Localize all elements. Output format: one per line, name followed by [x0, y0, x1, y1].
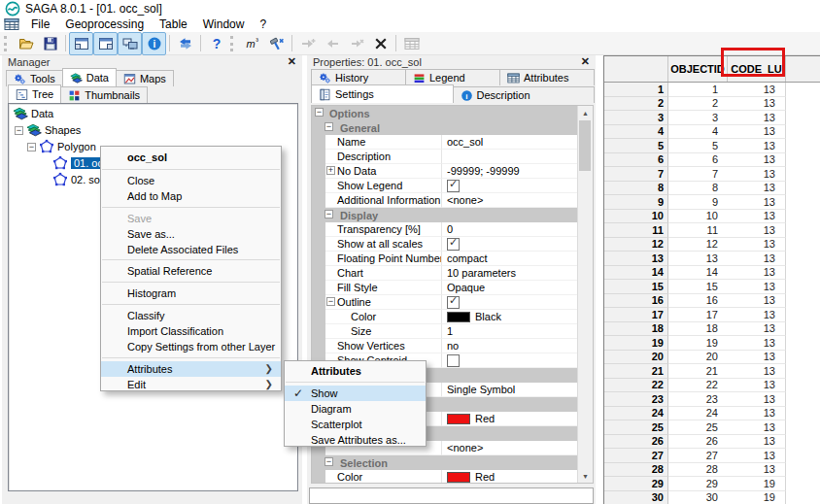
row-header[interactable]: 7 [604, 167, 668, 182]
cell-code-lu[interactable]: 13 [728, 238, 786, 252]
row-header[interactable]: 20 [604, 351, 668, 365]
setting-value[interactable]: Red [442, 470, 577, 483]
row-header[interactable]: 4 [604, 125, 668, 140]
menu-?[interactable]: ? [252, 17, 274, 31]
menu-file[interactable]: File [23, 17, 57, 31]
cell-objectid[interactable]: 21 [668, 364, 728, 379]
menu-item-spatial-reference[interactable]: Spatial Reference [101, 263, 281, 279]
row-header[interactable]: 8 [604, 182, 668, 196]
checkbox-unchecked-icon[interactable] [447, 354, 460, 367]
menu-item-scatterplot[interactable]: Scatterplot [285, 417, 426, 432]
cell-code-lu[interactable]: 19 [728, 477, 786, 491]
row-header[interactable]: 17 [604, 308, 668, 322]
help-button[interactable]: ? [204, 32, 228, 55]
show-data-source-button[interactable] [118, 32, 142, 55]
cell-objectid[interactable]: 16 [668, 294, 728, 309]
menu-item-copy-settings-from-other-layer[interactable]: Copy Settings from other Layer [101, 339, 281, 354]
close-icon[interactable]: ✕ [581, 56, 590, 67]
cell-code-lu[interactable]: 13 [728, 336, 786, 351]
show-manager-button[interactable] [69, 32, 93, 55]
cell-code-lu[interactable]: 19 [728, 491, 786, 504]
menu-window[interactable]: Window [195, 17, 253, 31]
setting-value[interactable]: <none> [442, 193, 577, 208]
view-tab-thumbnails[interactable]: Thumbnails [60, 86, 148, 103]
workbench-button[interactable] [173, 32, 197, 55]
insert-field-button[interactable] [320, 32, 344, 55]
setting-value[interactable]: 10 parameters [442, 266, 577, 281]
row-header[interactable]: 28 [604, 463, 668, 478]
menu-item-import-classification[interactable]: Import Classification [101, 323, 281, 339]
row-header[interactable]: 29 [604, 477, 668, 491]
setting-value[interactable]: Opaque [442, 281, 577, 295]
cell-code-lu[interactable]: 13 [728, 252, 786, 266]
menu-item-histogram[interactable]: Histogram [101, 286, 281, 301]
cell-code-lu[interactable]: 13 [728, 280, 786, 294]
row-header[interactable]: 9 [604, 195, 668, 210]
row-header[interactable]: 26 [604, 435, 668, 450]
setting-value[interactable] [442, 237, 577, 252]
delete-all-fields-button[interactable] [368, 32, 393, 55]
settings-section[interactable]: −Selection [312, 455, 577, 470]
setting-expander-icon[interactable]: − [326, 297, 335, 306]
scroll-up-icon[interactable]: ▲ [578, 106, 593, 119]
row-header[interactable]: 18 [604, 322, 668, 337]
setting-value[interactable]: 1 [442, 324, 577, 339]
menu-table[interactable]: Table [152, 17, 195, 31]
setting-value[interactable]: occ_sol [442, 135, 577, 150]
row-header[interactable]: 10 [604, 210, 668, 224]
cell-objectid[interactable]: 28 [668, 463, 728, 478]
row-header[interactable]: 21 [604, 364, 668, 379]
properties-tab-attributes[interactable]: Attributes [499, 69, 595, 85]
cell-code-lu[interactable]: 13 [728, 420, 786, 435]
cell-code-lu[interactable]: 13 [728, 210, 786, 224]
section-collapse-icon[interactable]: − [325, 122, 333, 131]
cell-code-lu[interactable]: 13 [728, 139, 786, 153]
measure-button[interactable]: m³ [240, 32, 264, 55]
row-header[interactable]: 2 [604, 97, 668, 112]
cell-objectid[interactable]: 19 [668, 336, 728, 351]
tab-maps[interactable]: Maps [116, 70, 174, 86]
cell-code-lu[interactable]: 13 [728, 364, 786, 379]
cell-objectid[interactable]: 22 [668, 379, 728, 393]
properties-tab-legend[interactable]: Legend [405, 69, 500, 85]
setting-value[interactable]: -99999; -99999 [442, 164, 577, 179]
properties-tab-settings[interactable]: Settings [311, 84, 454, 103]
tools-button[interactable] [264, 32, 289, 55]
menu-geoprocessing[interactable]: Geoprocessing [57, 17, 152, 31]
row-header[interactable]: 15 [604, 280, 668, 294]
cell-objectid[interactable]: 7 [668, 167, 728, 182]
tree-collapse-icon[interactable]: − [27, 143, 36, 151]
cell-code-lu[interactable]: 13 [728, 322, 786, 337]
cell-objectid[interactable]: 24 [668, 407, 728, 421]
cell-code-lu[interactable]: 13 [728, 125, 786, 140]
cell-objectid[interactable]: 4 [668, 125, 728, 140]
cell-code-lu[interactable]: 13 [728, 392, 786, 407]
menu-item-edit[interactable]: Edit❯ [101, 377, 281, 392]
row-header[interactable]: 27 [604, 449, 668, 463]
show-messages-button[interactable]: i [142, 32, 166, 55]
row-header[interactable]: 30 [604, 491, 668, 504]
cell-code-lu[interactable]: 13 [728, 308, 786, 322]
row-header[interactable]: 16 [604, 294, 668, 309]
scroll-down-icon[interactable]: ▼ [578, 469, 593, 483]
setting-value[interactable] [442, 353, 577, 368]
add-field-button[interactable] [295, 32, 320, 55]
tree-item-shapes[interactable]: −Shapes [9, 122, 81, 138]
settings-section[interactable]: −Display [312, 208, 577, 222]
cell-objectid[interactable]: 13 [668, 252, 728, 266]
cell-objectid[interactable]: 14 [668, 266, 728, 281]
cell-objectid[interactable]: 10 [668, 210, 728, 224]
menu-item-attributes[interactable]: Attributes❯ [101, 361, 281, 377]
cell-objectid[interactable]: 26 [668, 435, 728, 450]
settings-section[interactable]: −Options [312, 106, 577, 120]
delete-field-button[interactable] [344, 32, 368, 55]
row-header[interactable]: 14 [604, 266, 668, 281]
cell-code-lu[interactable]: 13 [728, 195, 786, 210]
setting-value[interactable] [442, 179, 577, 193]
show-properties-button[interactable] [93, 32, 118, 55]
cell-code-lu[interactable]: 13 [728, 167, 786, 182]
cell-code-lu[interactable]: 13 [728, 351, 786, 365]
cell-objectid[interactable]: 23 [668, 392, 728, 407]
tab-data[interactable]: Data [62, 68, 117, 86]
menu-item-save-as-[interactable]: Save as... [101, 226, 281, 242]
